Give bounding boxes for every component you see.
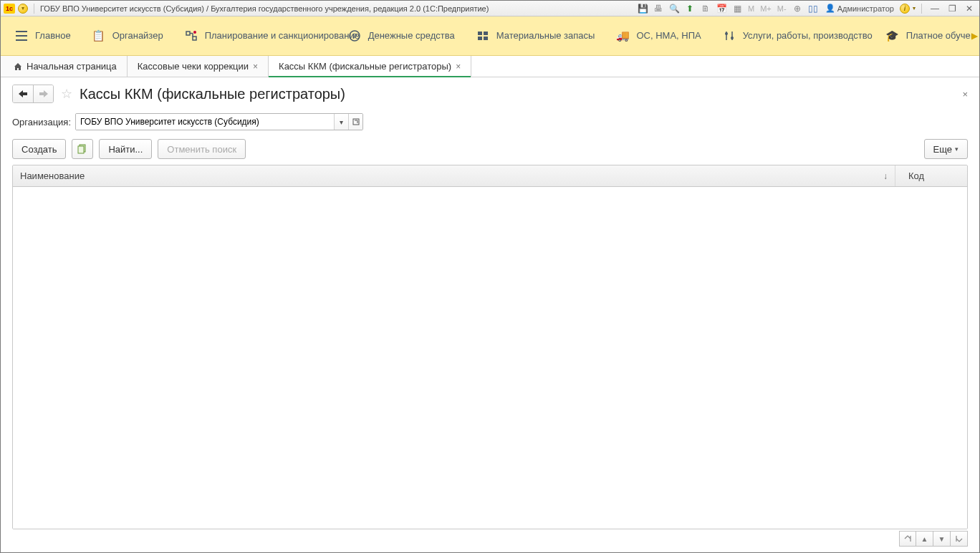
grid-header: Наименование ↓ Код — [13, 165, 967, 187]
grid-down-button[interactable]: ▼ — [933, 531, 951, 547]
window-title: ГОБУ ВПО Университет искусств (Субсидия)… — [40, 4, 489, 13]
nav-assets[interactable]: 🚚 ОС, НМА, НПА — [607, 16, 709, 55]
main-nav: Главное 📋 Органайзер Планирование и санк… — [1, 16, 979, 56]
svg-rect-4 — [484, 32, 488, 35]
title-bar: 1c ▾ ГОБУ ВПО Университет искусств (Субс… — [1, 1, 979, 16]
home-icon — [14, 62, 22, 71]
nav-organizer[interactable]: 📋 Органайзер — [84, 16, 172, 55]
memory-mminus-button[interactable]: M- — [776, 4, 788, 13]
copy-icon — [77, 144, 87, 154]
column-label: Код — [908, 170, 924, 181]
hamburger-icon — [15, 29, 28, 42]
column-header-code[interactable]: Код — [895, 165, 967, 186]
sliders-icon — [723, 29, 736, 42]
button-label: Найти... — [108, 144, 143, 155]
nav-label: Платное обучение — [906, 30, 979, 42]
info-button[interactable]: i — [900, 4, 910, 14]
clipboard-icon: 📋 — [92, 29, 105, 42]
tab-label: Кассы ККМ (фискальные регистраторы) — [279, 61, 451, 72]
nav-label: Материальные запасы — [496, 30, 595, 42]
svg-text:₽: ₽ — [352, 32, 357, 40]
graduation-icon: 🎓 — [886, 29, 899, 42]
content-area: ☆ Кассы ККМ (фискальные регистраторы) × … — [1, 77, 979, 552]
nav-label: Главное — [35, 30, 71, 42]
save-icon[interactable]: 💾 — [636, 3, 649, 14]
combo-dropdown-button[interactable]: ▾ — [334, 114, 348, 130]
tab-receipts-correction[interactable]: Кассовые чеки коррекции × — [128, 56, 269, 77]
user-icon: 👤 — [825, 4, 835, 13]
tab-kkm-registers[interactable]: Кассы ККМ (фискальные регистраторы) × — [269, 56, 471, 77]
cancel-search-button[interactable]: Отменить поиск — [158, 139, 246, 159]
grid-icon[interactable]: ▦ — [731, 3, 744, 14]
create-button[interactable]: Создать — [12, 139, 66, 159]
boxes-icon — [476, 29, 489, 42]
grid-up-button[interactable]: ▲ — [916, 531, 933, 547]
nav-scroll-right-button[interactable]: ▶ — [969, 16, 979, 55]
grid-last-button[interactable] — [951, 531, 968, 547]
svg-point-0 — [193, 31, 196, 34]
button-label: Еще — [933, 144, 952, 155]
tab-label: Начальная страница — [27, 61, 117, 72]
nav-services[interactable]: Услуги, работы, производство — [714, 16, 873, 55]
nav-label: ОС, НМА, НПА — [636, 30, 701, 42]
sort-asc-icon: ↓ — [883, 171, 888, 181]
user-menu[interactable]: 👤 Администратор — [822, 4, 897, 13]
tabs-bar: Начальная страница Кассовые чеки коррекц… — [1, 56, 979, 77]
filter-row: Организация: ▾ — [12, 113, 968, 130]
copy-button[interactable] — [72, 139, 93, 159]
svg-point-7 — [725, 32, 728, 35]
nav-label: Денежные средства — [368, 30, 455, 42]
app-logo-icon: 1c — [4, 4, 15, 14]
minimize-button[interactable]: — — [928, 4, 942, 14]
more-button[interactable]: Еще ▾ — [924, 139, 968, 159]
truck-icon: 🚚 — [616, 29, 629, 42]
nav-education[interactable]: 🎓 Платное обучение — [878, 16, 979, 55]
forward-button[interactable] — [33, 85, 53, 102]
organization-input[interactable] — [76, 114, 334, 130]
print-icon[interactable]: 🖶 — [652, 3, 665, 14]
nav-main[interactable]: Главное — [6, 16, 80, 55]
favorite-star-icon[interactable]: ☆ — [61, 86, 72, 102]
panel-icon[interactable]: ▯▯ — [807, 3, 820, 14]
svg-rect-9 — [353, 119, 359, 125]
close-button[interactable]: ✕ — [962, 4, 976, 14]
organization-label: Организация: — [12, 117, 71, 128]
back-button[interactable] — [13, 85, 33, 102]
nav-materials[interactable]: Материальные запасы — [468, 16, 604, 55]
svg-rect-11 — [78, 146, 84, 153]
svg-point-8 — [731, 37, 734, 39]
grid-body[interactable] — [13, 187, 967, 529]
nav-label: Услуги, работы, производство — [743, 30, 865, 42]
find-button[interactable]: Найти... — [99, 139, 152, 159]
grid-first-button[interactable] — [899, 531, 916, 547]
button-label: Создать — [21, 144, 57, 155]
calendar-icon[interactable]: 📅 — [715, 3, 728, 14]
page-close-button[interactable]: × — [962, 89, 968, 100]
nav-planning[interactable]: Планирование и санкционирование — [176, 16, 335, 55]
nav-money[interactable]: ₽ Денежные средства — [340, 16, 463, 55]
info-dropdown-icon[interactable]: ▾ — [913, 5, 916, 11]
export-icon[interactable]: ⬆ — [683, 3, 696, 14]
app-menu-button[interactable]: ▾ — [18, 4, 28, 14]
column-header-name[interactable]: Наименование ↓ — [13, 165, 895, 186]
memory-mplus-button[interactable]: M+ — [759, 4, 773, 13]
tab-home[interactable]: Начальная страница — [1, 56, 128, 77]
tab-close-icon[interactable]: × — [253, 62, 258, 72]
document-icon[interactable]: 🗎 — [699, 3, 712, 14]
preview-icon[interactable]: 🔍 — [668, 3, 681, 14]
nav-label: Органайзер — [112, 30, 163, 42]
maximize-button[interactable]: ❐ — [945, 4, 959, 14]
svg-rect-6 — [484, 37, 488, 40]
page-header: ☆ Кассы ККМ (фискальные регистраторы) × — [12, 85, 968, 103]
button-label: Отменить поиск — [167, 144, 236, 155]
user-name: Администратор — [837, 4, 894, 13]
nav-label: Планирование и санкционирование — [205, 30, 327, 42]
svg-rect-3 — [478, 32, 482, 35]
memory-m-button[interactable]: M — [746, 4, 756, 13]
zoom-icon[interactable]: ⊕ — [791, 3, 804, 14]
toolbar: Создать Найти... Отменить поиск Еще ▾ — [12, 139, 968, 159]
separator — [921, 4, 922, 14]
tab-close-icon[interactable]: × — [456, 62, 461, 72]
plan-icon — [185, 29, 198, 42]
combo-open-button[interactable] — [348, 114, 362, 130]
